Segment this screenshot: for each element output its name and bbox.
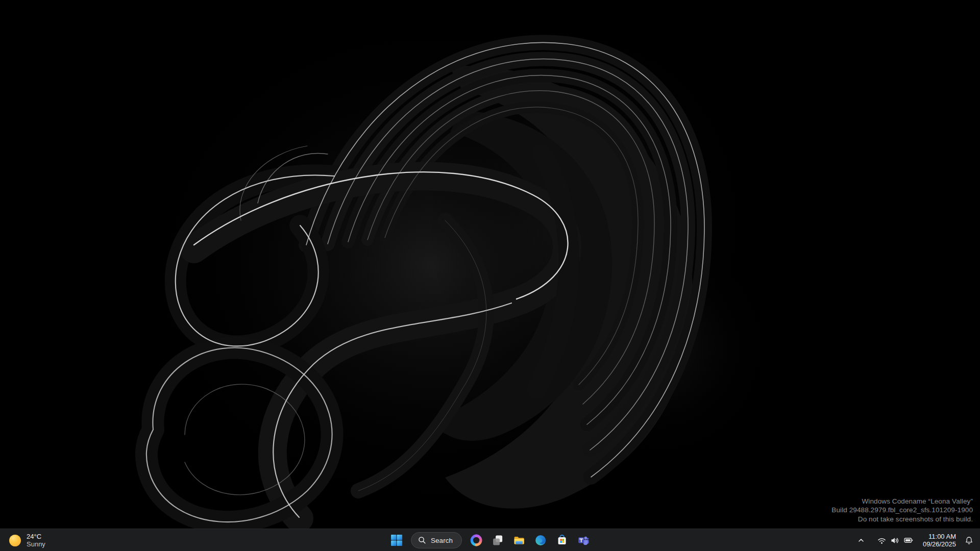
weather-text: 24°C Sunny <box>27 533 45 548</box>
taskbar-center-icons: Search <box>387 530 593 550</box>
notifications-button[interactable] <box>961 531 977 549</box>
file-explorer-button[interactable] <box>510 531 529 550</box>
edge-icon <box>534 534 547 546</box>
speaker-icon <box>891 537 899 544</box>
task-view-button[interactable] <box>488 531 507 550</box>
chevron-up-icon <box>857 537 865 544</box>
weather-widget[interactable]: 24°C Sunny <box>4 530 51 550</box>
weather-condition: Sunny <box>27 540 45 548</box>
microsoft-store-button[interactable] <box>553 531 572 550</box>
quick-settings-button[interactable] <box>874 531 917 549</box>
build-watermark: Windows Codename “Leona Valley” Build 29… <box>831 497 973 524</box>
watermark-warning: Do not take screenshots of this build. <box>831 515 973 524</box>
tray-date: 09/26/2025 <box>923 540 956 548</box>
start-button[interactable] <box>387 531 406 550</box>
system-tray: 11:00 AM 09/26/2025 <box>853 530 978 550</box>
store-bag-icon <box>556 534 568 546</box>
edge-button[interactable] <box>531 531 550 550</box>
teams-button[interactable] <box>574 531 593 550</box>
bell-icon <box>965 536 973 545</box>
magnifier-icon <box>418 536 426 544</box>
teams-icon <box>577 534 590 546</box>
taskbar: 24°C Sunny Search <box>0 529 980 551</box>
search-label: Search <box>431 537 453 544</box>
folder-icon <box>513 534 525 546</box>
tray-time: 11:00 AM <box>923 533 956 541</box>
task-view-icon <box>492 534 504 546</box>
clock-button[interactable]: 11:00 AM 09/26/2025 <box>917 533 961 548</box>
wifi-icon <box>877 537 886 544</box>
copilot-button[interactable] <box>467 531 486 550</box>
weather-temperature: 24°C <box>27 533 45 540</box>
desktop-wallpaper <box>0 0 980 551</box>
search-box[interactable]: Search <box>411 532 462 548</box>
battery-icon <box>904 537 913 544</box>
watermark-build: Build 29488.2979.fbl_core2_sfs.101209-19… <box>831 506 973 515</box>
windows-logo-icon <box>390 534 403 546</box>
hidden-icons-button[interactable] <box>853 531 869 549</box>
sun-icon <box>9 535 21 546</box>
copilot-icon <box>470 534 482 546</box>
watermark-codename: Windows Codename “Leona Valley” <box>831 497 973 506</box>
